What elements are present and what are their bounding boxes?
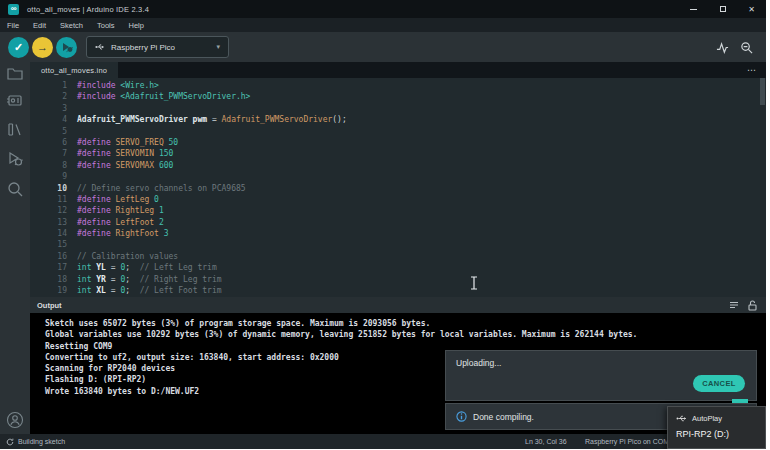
check-icon: ✓ (14, 41, 23, 54)
tab-more-menu[interactable]: ⋯ (747, 65, 757, 75)
line-number: 2 (30, 91, 67, 102)
code-text: int XL = 0; // Left Foot trim (77, 285, 222, 296)
code-line[interactable]: 17int YL = 0; // Left Leg trim (30, 262, 766, 273)
search-icon (6, 180, 24, 198)
upload-progress-bar (732, 399, 748, 403)
debug-button[interactable] (56, 37, 77, 58)
line-number: 4 (30, 114, 67, 125)
code-line[interactable]: 1#include <Wire.h> (30, 80, 766, 91)
code-line[interactable]: 7#define SERVOMIN 150 (30, 148, 766, 159)
code-line[interactable]: 10// Define servo channels on PCA9685 (30, 183, 766, 194)
verify-button[interactable]: ✓ (8, 37, 29, 58)
code-line[interactable]: 4Adafruit_PWMServoDriver pwm = Adafruit_… (30, 114, 766, 125)
serial-plotter-icon[interactable] (716, 41, 729, 54)
minimize-button[interactable] (679, 0, 708, 18)
autoscroll-lock-icon[interactable] (748, 300, 757, 311)
output-panel-header: Output (30, 297, 766, 313)
code-line[interactable]: 12#define RightLeg 1 (30, 205, 766, 216)
clear-output-icon[interactable] (729, 300, 739, 310)
cancel-button[interactable]: CANCEL (693, 375, 745, 392)
tab-otto-all-moves[interactable]: otto_all_moves.ino (30, 62, 118, 78)
code-text: #include <Wire.h> (77, 80, 159, 91)
serial-monitor-icon[interactable] (740, 41, 753, 54)
code-text: #define RightFoot 3 (77, 228, 169, 239)
uploading-notification: Uploading... CANCEL (445, 350, 757, 401)
code-line[interactable]: 8#define SERVOMAX 600 (30, 160, 766, 171)
code-line[interactable]: 3 (30, 103, 766, 114)
autoplay-device[interactable]: RPI-RP2 (D:) (676, 429, 765, 439)
menu-file[interactable]: File (0, 18, 26, 32)
code-text: int YR = 0; // Right Leg trim (77, 274, 222, 285)
board-selector[interactable]: Raspberry Pi Pico ▾ (86, 36, 229, 58)
sync-spinner-icon (6, 438, 14, 446)
arduino-app-icon: ∞ (8, 4, 19, 15)
sidebar-item-search[interactable] (6, 180, 24, 198)
menu-edit[interactable]: Edit (26, 18, 53, 32)
line-number: 14 (30, 228, 67, 239)
code-text: // Calibration values (77, 251, 178, 262)
code-text: #define RightLeg 1 (77, 205, 164, 216)
sidebar-item-library-manager[interactable] (6, 120, 24, 138)
line-number: 18 (30, 274, 67, 285)
line-number: 17 (30, 262, 67, 273)
title-bar: ∞ otto_all_moves | Arduino IDE 2.3.4 ✕ (0, 0, 766, 18)
line-number: 8 (30, 160, 67, 171)
maximize-icon (720, 6, 726, 12)
menu-help[interactable]: Help (121, 18, 150, 32)
code-line[interactable]: 5 (30, 126, 766, 137)
code-line[interactable]: 19int XL = 0; // Left Foot trim (30, 285, 766, 296)
autoplay-title: AutoPlay (692, 414, 722, 423)
done-compiling-text: Done compiling. (473, 412, 534, 422)
arduino-ide-window: ∞ otto_all_moves | Arduino IDE 2.3.4 ✕ F… (0, 0, 766, 449)
code-text: Adafruit_PWMServoDriver pwm = Adafruit_P… (77, 114, 347, 125)
code-editor[interactable]: 1#include <Wire.h>2#include <Adafruit_PW… (30, 78, 766, 297)
line-number: 10 (30, 183, 67, 194)
library-manager-icon (6, 120, 24, 138)
cursor-position-indicator[interactable]: Ln 30, Col 36 (525, 438, 567, 445)
window-title: otto_all_moves | Arduino IDE 2.3.4 (27, 5, 149, 14)
menu-sketch[interactable]: Sketch (53, 18, 90, 32)
line-number: 1 (30, 80, 67, 91)
code-line[interactable]: 6#define SERVO_FREQ 50 (30, 137, 766, 148)
code-line[interactable]: 16// Calibration values (30, 251, 766, 262)
line-number: 9 (30, 171, 67, 182)
autoplay-popup: AutoPlay RPI-RP2 (D:) (667, 406, 766, 449)
status-bar: Building sketch Ln 30, Col 36 Raspberry … (0, 434, 766, 449)
board-selector-label: Raspberry Pi Pico (111, 43, 175, 52)
sidebar-item-account[interactable] (6, 411, 24, 429)
info-icon (456, 411, 467, 422)
code-line[interactable]: 13#define LeftFoot 2 (30, 217, 766, 228)
sidebar (0, 62, 30, 434)
close-button[interactable]: ✕ (737, 0, 766, 18)
line-number: 16 (30, 251, 67, 262)
code-line[interactable]: 14#define RightFoot 3 (30, 228, 766, 239)
maximize-button[interactable] (708, 0, 737, 18)
code-line[interactable]: 18int YR = 0; // Right Leg trim (30, 274, 766, 285)
line-number: 19 (30, 285, 67, 296)
tab-label: otto_all_moves.ino (41, 66, 107, 75)
code-line[interactable]: 9 (30, 171, 766, 182)
line-number: 12 (30, 205, 67, 216)
line-number: 5 (30, 126, 67, 137)
tab-bar: otto_all_moves.ino ⋯ (30, 62, 766, 78)
code-line[interactable]: 2#include <Adafruit_PWMServoDriver.h> (30, 91, 766, 102)
sidebar-item-debug[interactable] (6, 150, 24, 168)
sidebar-item-sketchbook[interactable] (6, 64, 24, 82)
sidebar-item-boards-manager[interactable] (6, 91, 24, 109)
toolbar-right-icons (716, 41, 753, 54)
editor-scrollbar[interactable] (760, 78, 765, 105)
usb-icon (95, 42, 105, 52)
console-line: Global variables use 10292 bytes (3%) of… (45, 329, 766, 340)
line-number: 13 (30, 217, 67, 228)
code-line[interactable]: 15 (30, 239, 766, 250)
output-header-icons (729, 300, 757, 311)
autoplay-header: AutoPlay (676, 414, 765, 423)
code-line[interactable]: 11#define LeftLeg 0 (30, 194, 766, 205)
board-port-indicator[interactable]: Raspberry Pi Pico on COM9 (585, 438, 673, 445)
upload-button[interactable]: → (32, 37, 53, 58)
minimize-icon (690, 9, 697, 10)
code-text: // Define servo channels on PCA9685 (77, 183, 246, 194)
menu-tools[interactable]: Tools (90, 18, 122, 32)
debug-icon (61, 41, 73, 53)
sketchbook-folder-icon (6, 64, 24, 82)
